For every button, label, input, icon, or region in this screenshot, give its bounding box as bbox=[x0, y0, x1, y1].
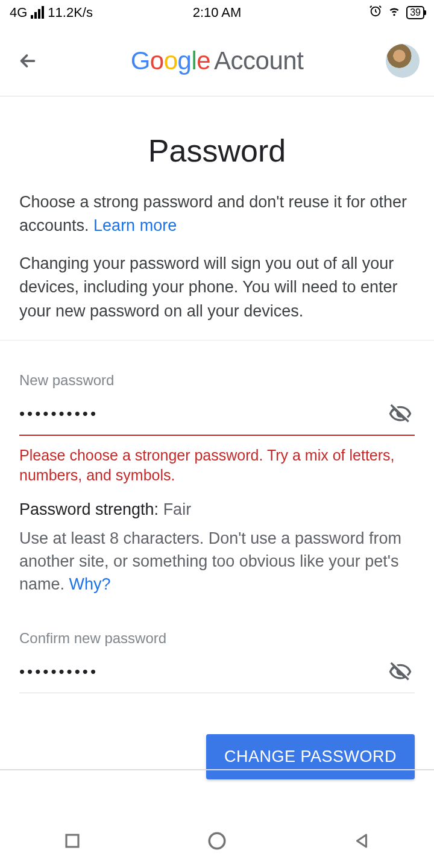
app-title: Google Account bbox=[131, 46, 304, 75]
new-password-input[interactable] bbox=[19, 404, 386, 423]
signal-icon bbox=[31, 7, 44, 19]
new-password-row bbox=[19, 400, 415, 436]
clock: 2:10 AM bbox=[193, 5, 242, 20]
home-button[interactable] bbox=[204, 828, 230, 854]
google-logo: Google bbox=[131, 46, 210, 75]
svg-point-2 bbox=[209, 833, 225, 849]
intro-text-2: Changing your password will sign you out… bbox=[19, 252, 415, 322]
password-error: Please choose a stronger password. Try a… bbox=[19, 445, 415, 486]
new-password-label: New password bbox=[19, 372, 415, 389]
status-bar: 4G 11.2K/s 2:10 AM 39 bbox=[0, 0, 434, 25]
why-link[interactable]: Why? bbox=[69, 575, 111, 593]
action-row: CHANGE PASSWORD bbox=[0, 693, 434, 779]
back-button[interactable] bbox=[14, 48, 41, 74]
change-password-button[interactable]: CHANGE PASSWORD bbox=[206, 734, 415, 779]
recent-apps-button[interactable] bbox=[59, 828, 86, 854]
confirm-password-input[interactable] bbox=[19, 662, 386, 681]
alarm-icon bbox=[369, 4, 382, 21]
toggle-visibility-icon[interactable] bbox=[386, 658, 415, 687]
page-title: Password bbox=[19, 133, 415, 169]
confirm-password-label: Confirm new password bbox=[19, 630, 415, 647]
toggle-visibility-icon[interactable] bbox=[386, 400, 415, 429]
wifi-icon bbox=[387, 5, 401, 20]
status-right: 39 bbox=[369, 4, 424, 21]
account-label: Account bbox=[214, 46, 303, 75]
avatar[interactable] bbox=[386, 44, 420, 78]
app-bar: Google Account bbox=[0, 25, 434, 96]
back-nav-button[interactable] bbox=[348, 828, 375, 854]
bottom-separator bbox=[0, 769, 434, 770]
status-left: 4G 11.2K/s bbox=[10, 5, 93, 20]
network-type: 4G bbox=[10, 5, 27, 20]
android-nav-bar bbox=[0, 814, 434, 868]
content-header: Password Choose a strong password and do… bbox=[0, 96, 434, 323]
intro-text-1: Choose a strong password and don't reuse… bbox=[19, 190, 415, 237]
confirm-password-row bbox=[19, 658, 415, 693]
password-strength: Password strength: Fair bbox=[19, 500, 415, 519]
learn-more-link[interactable]: Learn more bbox=[93, 216, 177, 234]
strength-value: Fair bbox=[163, 500, 192, 518]
svg-rect-1 bbox=[66, 835, 78, 847]
password-hint: Use at least 8 characters. Don't use a p… bbox=[19, 527, 415, 596]
battery-icon: 39 bbox=[406, 6, 424, 19]
password-form: New password Please choose a stronger pa… bbox=[0, 341, 434, 693]
network-speed: 11.2K/s bbox=[48, 5, 93, 20]
